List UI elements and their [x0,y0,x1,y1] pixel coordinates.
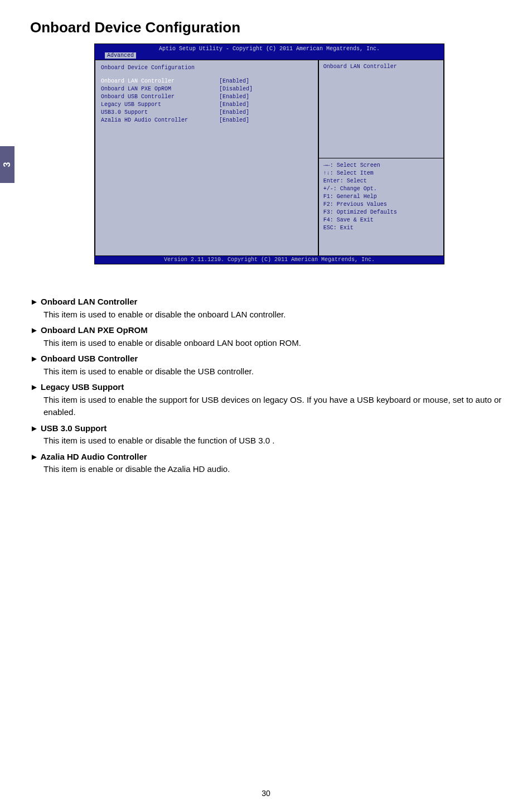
bios-row-label: USB3.0 Support [101,109,219,117]
side-tab-text: 3 [2,162,12,167]
page-title: Onboard Device Configuration [30,19,240,36]
bios-help-bottom: →←: Select Screen ↑↓: Select Item Enter:… [319,158,443,256]
item-title: ► Legacy USB Support [30,381,502,394]
bios-row-value: [Enabled] [219,117,312,124]
bios-row: Onboard LAN PXE OpROM [Disabled] [101,85,312,93]
bios-row-label: Onboard LAN PXE OpROM [101,85,219,93]
bios-row-label: Onboard LAN Controller [101,78,219,85]
bios-row: Onboard LAN Controller [Enabled] [101,78,312,85]
item-desc: This item is used to enable or disable o… [30,337,502,350]
bios-help-line: ESC: Exit [323,224,439,232]
item-desc: This item is used to enable or disable t… [30,308,502,321]
bios-help-line: F3: Optimized Defaults [323,209,439,216]
item-title: ► Onboard LAN Controller [30,296,502,308]
bios-section-title: Onboard Device Configuration [101,65,312,71]
item-title: ► Onboard USB Controller [30,353,502,365]
bios-row-value: [Enabled] [219,78,312,85]
item-desc: This item is enable or disable the Azali… [30,463,502,476]
page-number: 30 [0,789,532,798]
bios-help-line: →←: Select Screen [323,162,439,170]
bios-row-value: [Enabled] [219,93,312,101]
bios-help-top: Onboard LAN Controller [319,60,443,158]
item-desc: This item is used to enable or disable t… [30,435,502,447]
bios-header-top: Aptio Setup Utility - Copyright (C) 2011… [95,45,444,52]
bios-footer: Version 2.11.1210. Copyright (C) 2011 Am… [95,256,444,264]
bios-right-panel: Onboard LAN Controller →←: Select Screen… [318,60,444,256]
bios-help-line: ↑↓: Select Item [323,170,439,177]
bios-tab-advanced: Advanced [105,52,136,59]
content-body: ► Onboard LAN Controller This item is us… [30,292,502,477]
bios-help-line: F4: Save & Exit [323,216,439,224]
bios-body: Onboard Device Configuration Onboard LAN… [95,60,444,256]
item-title: ► Azalia HD Audio Controller [30,451,502,464]
bios-row-value: [Enabled] [219,101,312,109]
bios-row-label: Azalia HD Audio Controller [101,117,219,124]
item-desc: This item is used to enable or disable t… [30,365,502,378]
item-title: ► Onboard LAN PXE OpROM [30,324,502,337]
bios-tab-row: Advanced [95,52,444,59]
bios-help-line: F2: Previous Values [323,201,439,209]
bios-row-value: [Disabled] [219,85,312,93]
bios-row: USB3.0 Support [Enabled] [101,109,312,117]
bios-row: Azalia HD Audio Controller [Enabled] [101,117,312,124]
bios-row-label: Onboard USB Controller [101,93,219,101]
item-desc: This item is used to enable the support … [30,394,502,419]
bios-row-value: [Enabled] [219,109,312,117]
bios-help-line: +/-: Change Opt. [323,185,439,193]
side-chapter-tab: 3 [0,146,14,183]
bios-header: Aptio Setup Utility - Copyright (C) 2011… [95,44,444,60]
bios-screenshot: Aptio Setup Utility - Copyright (C) 2011… [94,44,444,264]
bios-row-label: Legacy USB Support [101,101,219,109]
bios-left-panel: Onboard Device Configuration Onboard LAN… [95,60,318,256]
bios-help-line: F1: General Help [323,193,439,201]
bios-row: Legacy USB Support [Enabled] [101,101,312,109]
bios-row: Onboard USB Controller [Enabled] [101,93,312,101]
item-title: ► USB 3.0 Support [30,422,502,435]
bios-help-line: Enter: Select [323,177,439,185]
